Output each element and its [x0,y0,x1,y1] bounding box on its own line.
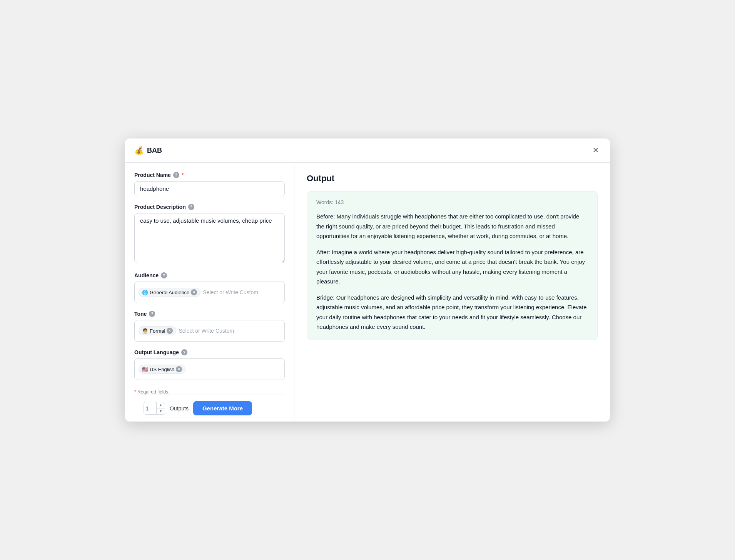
bottom-bar: ▲ ▼ Outputs Generate More [134,395,285,422]
modal-title: BAB [147,147,162,155]
outputs-stepper[interactable]: ▲ ▼ [144,402,165,415]
product-description-help-icon[interactable]: ? [188,204,194,210]
tone-group: Tone ? 🧑‍💼 Formal ✕ Select or Write Cust… [134,311,285,342]
generate-more-button[interactable]: Generate More [193,401,252,415]
tone-tag-input[interactable]: 🧑‍💼 Formal ✕ Select or Write Custom [134,320,285,342]
output-paragraph-1: Before: Many individuals struggle with h… [316,212,588,241]
product-name-input[interactable] [134,181,285,196]
tone-tag: 🧑‍💼 Formal ✕ [139,326,176,335]
word-count: Words: 143 [316,199,588,205]
output-paragraph-2: After: Imagine a world where your headph… [316,247,588,287]
modal-body: Product Name ? * Product Description ? e… [125,163,610,422]
tone-help-icon[interactable]: ? [149,311,155,317]
product-description-input[interactable]: easy to use, adjustable music volumes, c… [134,213,285,263]
output-language-group: Output Language ? 🇺🇸 US English ✕ [134,349,285,380]
audience-group: Audience ? 🌐 General Audience ✕ Select o… [134,272,285,303]
output-language-label: Output Language ? [134,349,285,355]
left-panel: Product Name ? * Product Description ? e… [125,163,294,422]
stepper-down-button[interactable]: ▼ [157,408,165,414]
required-note: * Required fields. [134,389,285,395]
output-language-tag-emoji: 🇺🇸 [142,367,148,372]
title-group: 💰 BAB [134,146,162,155]
product-description-group: Product Description ? easy to use, adjus… [134,204,285,265]
product-name-label: Product Name ? * [134,172,285,178]
output-language-tag-input[interactable]: 🇺🇸 US English ✕ [134,358,285,380]
audience-tag-text: General Audience [150,290,189,295]
audience-tag: 🌐 General Audience ✕ [139,288,200,297]
tone-placeholder: Select or Write Custom [179,328,234,334]
right-panel: Output Words: 143 Before: Many individua… [294,163,610,422]
audience-label: Audience ? [134,272,285,278]
audience-tag-remove[interactable]: ✕ [191,289,197,295]
stepper-up-button[interactable]: ▲ [157,402,165,408]
output-title: Output [307,173,598,183]
output-language-help-icon[interactable]: ? [181,349,187,355]
output-text: Before: Many individuals struggle with h… [316,212,588,332]
logo-icon: 💰 [134,146,144,155]
output-language-tag-remove[interactable]: ✕ [176,366,182,372]
audience-help-icon[interactable]: ? [161,272,167,278]
tone-tag-text: Formal [150,328,165,334]
modal-header: 💰 BAB ✕ [125,138,610,163]
audience-placeholder: Select or Write Custom [203,289,258,295]
close-button[interactable]: ✕ [591,145,601,156]
tone-label: Tone ? [134,311,285,317]
product-name-help-icon[interactable]: ? [173,172,179,178]
output-language-tag: 🇺🇸 US English ✕ [139,365,185,374]
product-name-required: * [182,172,184,178]
product-name-group: Product Name ? * [134,172,285,196]
output-language-tag-text: US English [150,367,174,372]
output-paragraph-3: Bridge: Our headphones are designed with… [316,293,588,332]
audience-tag-input[interactable]: 🌐 General Audience ✕ Select or Write Cus… [134,282,285,303]
outputs-label: Outputs [170,405,189,412]
tone-tag-remove[interactable]: ✕ [167,328,173,334]
output-card: Words: 143 Before: Many individuals stru… [307,191,598,340]
stepper-buttons: ▲ ▼ [156,402,165,414]
outputs-stepper-input[interactable] [144,403,156,414]
tone-tag-emoji: 🧑‍💼 [142,328,148,334]
modal: 💰 BAB ✕ Product Name ? * Product Descrip… [125,138,610,422]
product-description-label: Product Description ? [134,204,285,210]
audience-tag-emoji: 🌐 [142,290,148,295]
